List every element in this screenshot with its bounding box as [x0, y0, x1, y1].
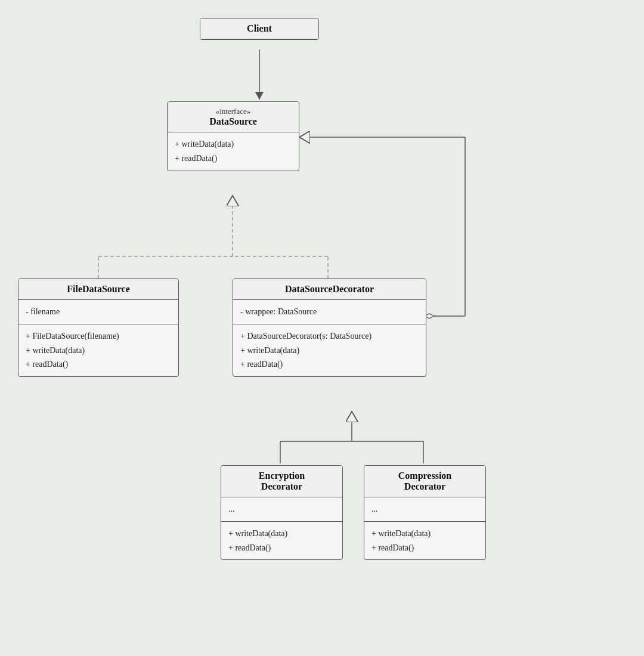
filedatasource-box: FileDataSource - filename + FileDataSour…: [18, 279, 179, 377]
filedatasource-header: FileDataSource: [18, 279, 178, 300]
datasource-methods: + writeData(data)+ readData(): [168, 132, 299, 171]
filedatasource-fields: - filename: [18, 300, 178, 324]
datasourcedecorator-fields: - wrappee: DataSource: [233, 300, 426, 324]
client-header: Client: [200, 18, 318, 39]
client-classname: Client: [208, 23, 311, 34]
client-box: Client: [200, 18, 319, 40]
encryptiondecorator-header: EncryptionDecorator: [221, 466, 342, 497]
encryptiondecorator-methods: + writeData(data)+ readData(): [221, 522, 342, 560]
datasource-header: «interface» DataSource: [168, 102, 299, 132]
datasource-box: «interface» DataSource + writeData(data)…: [167, 101, 299, 171]
diagram-container: Client «interface» DataSource + writeDat…: [0, 0, 644, 656]
compressiondecorator-fields: ...: [364, 497, 485, 522]
encryptiondecorator-fields: ...: [221, 497, 342, 522]
datasourcedecorator-methods: + DataSourceDecorator(s: DataSource)+ wr…: [233, 324, 426, 376]
compressiondecorator-box: CompressionDecorator ... + writeData(dat…: [364, 465, 486, 560]
datasourcedecorator-classname: DataSourceDecorator: [240, 284, 419, 295]
datasource-classname: DataSource: [175, 116, 292, 127]
datasourcedecorator-box: DataSourceDecorator - wrappee: DataSourc…: [233, 279, 426, 377]
datasourcedecorator-header: DataSourceDecorator: [233, 279, 426, 300]
compressiondecorator-methods: + writeData(data)+ readData(): [364, 522, 485, 560]
filedatasource-methods: + FileDataSource(filename)+ writeData(da…: [18, 324, 178, 376]
compressiondecorator-header: CompressionDecorator: [364, 466, 485, 497]
compressiondecorator-classname: CompressionDecorator: [371, 471, 478, 492]
encryptiondecorator-classname: EncryptionDecorator: [228, 471, 335, 492]
filedatasource-classname: FileDataSource: [26, 284, 171, 295]
datasource-stereotype: «interface»: [175, 107, 292, 116]
encryptiondecorator-box: EncryptionDecorator ... + writeData(data…: [221, 465, 343, 560]
